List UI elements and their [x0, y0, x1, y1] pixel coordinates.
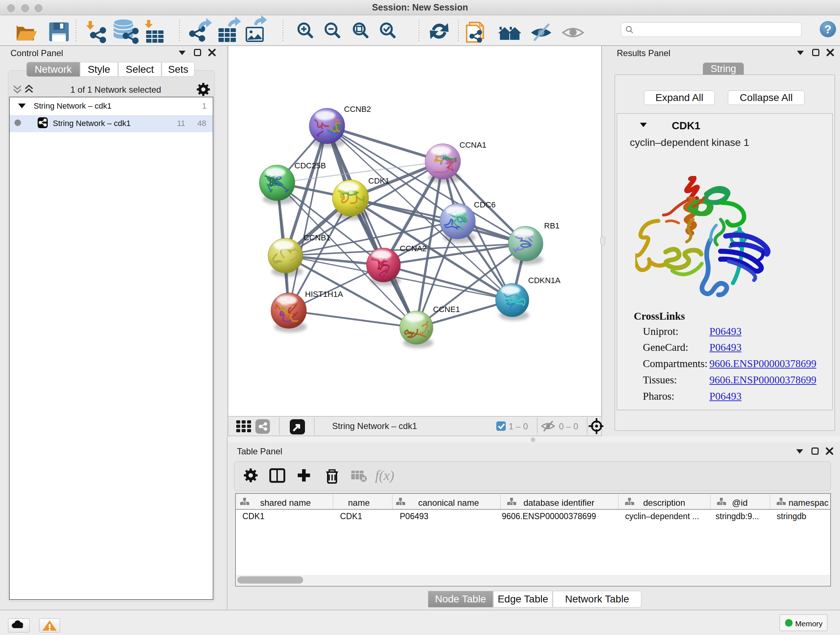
svg-text:CCNA1: CCNA1: [459, 141, 486, 149]
svg-text:f(x): f(x): [375, 468, 394, 483]
svg-text:CDKN1A: CDKN1A: [528, 276, 561, 285]
svg-text:CCNB2: CCNB2: [344, 105, 371, 114]
svg-text:CCNE1: CCNE1: [433, 305, 460, 314]
svg-text:CDC6: CDC6: [474, 200, 496, 209]
svg-text:CCNB1: CCNB1: [303, 233, 331, 242]
svg-text:RB1: RB1: [544, 221, 560, 230]
svg-text:CCNA2: CCNA2: [400, 244, 427, 253]
svg-text:HIST1H1A: HIST1H1A: [305, 290, 343, 299]
svg-text:CDK1: CDK1: [368, 176, 390, 185]
svg-text:CDC25B: CDC25B: [294, 161, 326, 170]
